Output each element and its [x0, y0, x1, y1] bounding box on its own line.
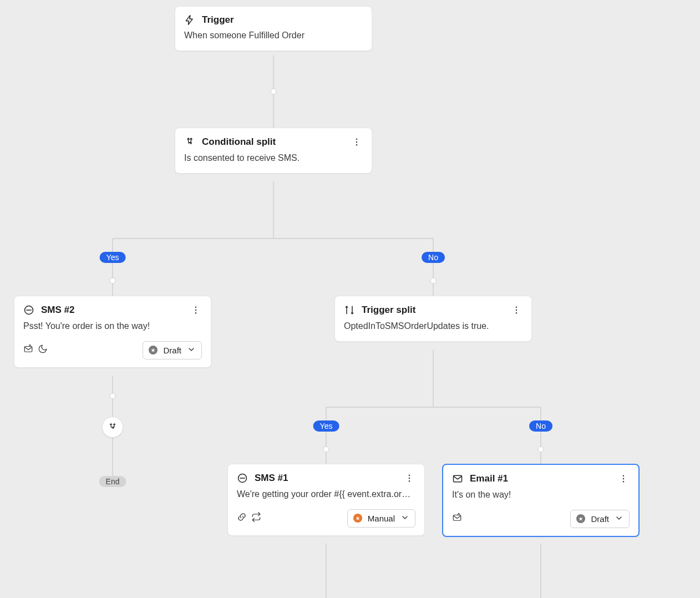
conditional-split-description: Is consented to receive SMS.	[175, 153, 372, 173]
email-icon	[452, 473, 463, 484]
sms-icon	[23, 305, 34, 316]
quiet-hours-icon	[38, 344, 48, 356]
status-dot-icon	[353, 514, 362, 523]
trigger-split-title: Trigger split	[362, 305, 415, 316]
trigger-title: Trigger	[202, 14, 234, 26]
end-pill: End	[99, 476, 126, 487]
svg-point-38	[623, 481, 624, 482]
status-dropdown[interactable]: Manual	[347, 509, 415, 528]
ts-branch-no-pill: No	[529, 420, 552, 432]
svg-point-27	[516, 307, 517, 308]
sms-1-description: We're getting your order #{{ event.extra…	[228, 489, 424, 509]
svg-point-32	[409, 475, 410, 476]
trigger-split-icon	[344, 305, 355, 316]
kebab-menu-icon[interactable]	[403, 472, 415, 484]
svg-point-33	[409, 478, 410, 479]
sms-1-title: SMS #1	[255, 473, 288, 484]
chevron-down-icon	[615, 514, 623, 524]
smart-send-icon	[452, 513, 462, 525]
svg-point-28	[516, 310, 517, 311]
split-icon	[184, 136, 195, 148]
status-dot-icon	[576, 514, 585, 523]
svg-point-9	[110, 393, 115, 399]
svg-point-37	[623, 478, 624, 479]
ts-branch-yes-pill: Yes	[313, 420, 339, 432]
conditional-split-title: Conditional split	[202, 136, 276, 148]
smart-send-icon	[23, 344, 33, 356]
svg-point-19	[356, 141, 357, 143]
svg-point-29	[516, 312, 517, 313]
status-dropdown[interactable]: Draft	[143, 341, 202, 359]
svg-point-7	[430, 278, 436, 283]
trigger-split-description: OptedInToSMSOrderUpdates is true.	[335, 321, 531, 341]
svg-rect-39	[453, 515, 461, 521]
status-label: Manual	[368, 514, 395, 523]
kebab-menu-icon[interactable]	[617, 473, 630, 485]
sms-2-title: SMS #2	[41, 305, 74, 316]
sms-2-card[interactable]: SMS #2 Psst! You're order is on the way!…	[14, 296, 211, 368]
sms-1-card[interactable]: SMS #1 We're getting your order #{{ even…	[227, 464, 425, 536]
svg-point-15	[538, 447, 544, 452]
svg-point-36	[623, 475, 624, 477]
svg-point-5	[110, 278, 115, 283]
svg-point-25	[195, 312, 196, 313]
kebab-menu-icon[interactable]	[190, 304, 202, 316]
svg-point-13	[323, 447, 329, 452]
email-1-description: It's on the way!	[443, 489, 638, 510]
svg-point-20	[356, 144, 357, 145]
lightning-icon	[184, 14, 195, 26]
email-1-title: Email #1	[470, 473, 508, 484]
chevron-down-icon	[400, 513, 409, 524]
kebab-menu-icon[interactable]	[351, 136, 363, 148]
status-dropdown[interactable]: Draft	[570, 510, 630, 528]
svg-point-34	[409, 480, 410, 482]
svg-point-18	[356, 139, 357, 140]
status-dot-icon	[149, 346, 158, 354]
conditional-split-card[interactable]: Conditional split Is consented to receiv…	[175, 128, 372, 174]
chevron-down-icon	[187, 345, 196, 356]
email-1-card[interactable]: Email #1 It's on the way! Draft	[442, 464, 640, 537]
svg-rect-26	[24, 347, 32, 352]
branch-yes-pill: Yes	[100, 252, 126, 263]
trigger-description: When someone Fulfilled Order	[175, 30, 372, 50]
svg-point-1	[271, 89, 276, 94]
kebab-menu-icon[interactable]	[510, 304, 523, 316]
svg-point-24	[195, 310, 196, 311]
sms-icon	[237, 473, 248, 484]
trigger-split-card[interactable]: Trigger split OptedInToSMSOrderUpdates i…	[334, 296, 532, 342]
status-label: Draft	[591, 514, 609, 524]
sms-2-description: Psst! You're order is on the way!	[14, 321, 211, 341]
branch-no-pill: No	[422, 252, 445, 263]
repeat-icon	[251, 512, 261, 524]
svg-point-23	[195, 307, 196, 308]
trigger-card[interactable]: Trigger When someone Fulfilled Order	[175, 6, 372, 51]
link-icon	[237, 512, 247, 524]
status-label: Draft	[163, 346, 181, 355]
add-split-button[interactable]	[102, 417, 123, 438]
